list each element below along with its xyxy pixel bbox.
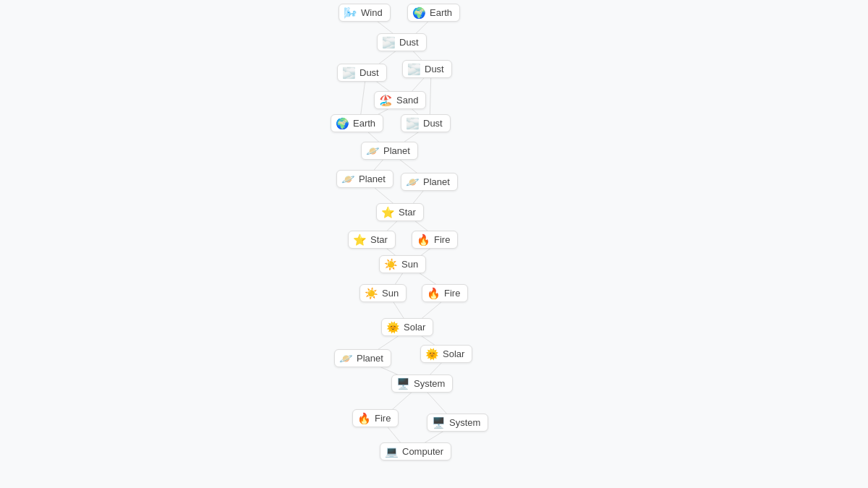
node-label-sand: Sand (396, 95, 418, 106)
node-label-dust1: Dust (399, 37, 419, 48)
node-label-dust4: Dust (423, 118, 443, 129)
node-icon-star1: ⭐ (381, 207, 395, 218)
node-icon-solar2: 🌞 (425, 348, 439, 359)
node-label-planet1: Planet (383, 145, 410, 156)
node-icon-sand: 🏖️ (379, 95, 393, 106)
node-icon-earth1: 🌍 (412, 7, 426, 18)
node-label-fire3: Fire (375, 413, 391, 424)
node-computer[interactable]: 💻Computer (380, 442, 451, 461)
node-icon-computer: 💻 (385, 446, 399, 457)
node-icon-system2: 🖥️ (432, 417, 446, 428)
node-icon-fire2: 🔥 (427, 288, 441, 299)
node-sun2[interactable]: ☀️Sun (359, 284, 407, 302)
node-fire2[interactable]: 🔥Fire (422, 284, 468, 302)
node-dust3[interactable]: 🌫️Dust (402, 60, 452, 78)
canvas: 🌬️Wind🌍Earth🌫️Dust🌫️Dust🌫️Dust🏖️Sand🌍Ear… (0, 0, 868, 488)
node-label-fire1: Fire (434, 234, 450, 245)
node-label-sun1: Sun (401, 259, 418, 270)
node-earth2[interactable]: 🌍Earth (331, 114, 383, 132)
node-icon-sun2: ☀️ (365, 288, 378, 299)
node-label-computer: Computer (402, 446, 443, 457)
node-label-planet3: Planet (423, 176, 450, 187)
node-icon-fire3: 🔥 (357, 413, 371, 424)
node-icon-dust2: 🌫️ (342, 67, 356, 78)
node-icon-wind: 🌬️ (344, 7, 357, 18)
node-icon-dust1: 🌫️ (382, 37, 396, 48)
node-star2[interactable]: ⭐Star (348, 231, 396, 249)
node-icon-system1: 🖥️ (396, 378, 410, 389)
node-label-star1: Star (399, 207, 416, 218)
node-label-fire2: Fire (444, 288, 460, 299)
node-sun1[interactable]: ☀️Sun (379, 255, 426, 273)
node-dust4[interactable]: 🌫️Dust (401, 114, 451, 132)
node-icon-planet1: 🪐 (366, 145, 380, 156)
node-icon-planet3: 🪐 (406, 176, 420, 187)
node-wind[interactable]: 🌬️Wind (339, 4, 391, 22)
node-icon-planet2: 🪐 (341, 174, 355, 184)
node-earth1[interactable]: 🌍Earth (407, 4, 460, 22)
node-label-star2: Star (370, 234, 388, 245)
node-label-planet4: Planet (357, 353, 383, 364)
node-label-sun2: Sun (382, 288, 399, 299)
node-label-solar2: Solar (443, 348, 464, 359)
node-label-solar1: Solar (404, 322, 425, 333)
node-icon-planet4: 🪐 (339, 353, 353, 364)
node-icon-dust4: 🌫️ (406, 118, 420, 129)
node-dust1[interactable]: 🌫️Dust (377, 33, 427, 51)
node-star1[interactable]: ⭐Star (376, 203, 424, 221)
node-icon-star2: ⭐ (353, 234, 367, 245)
node-label-planet2: Planet (359, 174, 386, 184)
node-dust2[interactable]: 🌫️Dust (337, 64, 387, 82)
node-fire1[interactable]: 🔥Fire (412, 231, 458, 249)
node-planet1[interactable]: 🪐Planet (361, 142, 418, 160)
node-label-dust3: Dust (425, 64, 444, 74)
node-solar2[interactable]: 🌞Solar (420, 345, 472, 363)
node-planet2[interactable]: 🪐Planet (336, 170, 393, 188)
node-sand[interactable]: 🏖️Sand (374, 91, 426, 109)
node-label-dust2: Dust (359, 67, 379, 78)
node-system2[interactable]: 🖥️System (427, 414, 488, 432)
node-fire3[interactable]: 🔥Fire (352, 409, 399, 427)
node-label-earth2: Earth (353, 118, 375, 129)
node-system1[interactable]: 🖥️System (391, 374, 453, 393)
node-planet4[interactable]: 🪐Planet (334, 349, 391, 367)
node-solar1[interactable]: 🌞Solar (381, 318, 433, 336)
node-icon-earth2: 🌍 (336, 118, 349, 129)
node-label-system2: System (449, 417, 480, 428)
node-planet3[interactable]: 🪐Planet (401, 173, 458, 191)
node-label-system1: System (414, 378, 445, 389)
node-label-earth1: Earth (430, 7, 452, 18)
node-icon-dust3: 🌫️ (407, 64, 421, 74)
node-icon-solar1: 🌞 (386, 322, 400, 333)
node-label-wind: Wind (361, 7, 383, 18)
node-icon-fire1: 🔥 (417, 234, 430, 245)
node-icon-sun1: ☀️ (384, 259, 398, 270)
